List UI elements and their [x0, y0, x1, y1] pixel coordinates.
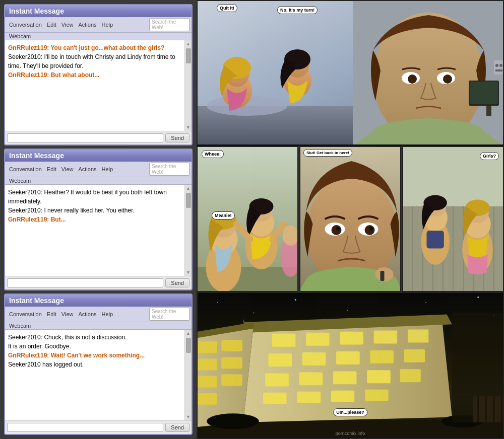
svg-point-72 [425, 302, 426, 303]
im-chat-area-2: Seeker2010: Heather? It would be best if… [5, 185, 184, 275]
svg-rect-17 [486, 106, 491, 116]
menu-actions-3[interactable]: Actions [76, 311, 98, 318]
search-placeholder-2: Search the Web! [152, 164, 176, 175]
svg-point-40 [332, 225, 342, 235]
im-input-area-3: Send [5, 420, 192, 434]
speech-bubble-slut: Slut! Get back in here! [303, 149, 352, 157]
svg-point-68 [217, 302, 218, 303]
scrollbar-thumb-2[interactable] [186, 193, 191, 208]
im-input-3[interactable] [7, 423, 163, 432]
comic-mid-panel-3: Girls? [402, 146, 504, 292]
msg-2-2: GnRRulez119: But... [8, 216, 66, 223]
im-input-1[interactable] [7, 133, 163, 142]
scrollbar-thumb-3[interactable] [186, 338, 191, 353]
menu-help-1[interactable]: Help [100, 21, 115, 28]
svg-rect-86 [336, 351, 360, 364]
svg-rect-88 [404, 349, 425, 362]
svg-point-42 [336, 227, 340, 231]
svg-rect-104 [197, 376, 217, 388]
menu-help-3[interactable]: Help [100, 311, 115, 318]
msg-1-0: GnRRulez119: You can't just go...what ab… [8, 44, 164, 51]
menu-conversation-2[interactable]: Conversation [7, 166, 44, 173]
svg-point-71 [347, 310, 348, 311]
svg-rect-100 [197, 341, 217, 353]
im-window-1: Instant Message Conversation Edit View A… [4, 4, 193, 145]
menu-actions-1[interactable]: Actions [76, 21, 98, 28]
menu-help-2[interactable]: Help [100, 166, 115, 173]
msg-3-1: It is an order. Goodbye. [8, 343, 71, 350]
comic-bottom-panel: Um...please? porncomix.info [197, 292, 504, 439]
svg-point-19 [495, 64, 498, 67]
im-webcam-row-3: Webcam [5, 322, 192, 330]
im-scrollbar-1[interactable]: ▲ ▼ [184, 40, 192, 131]
im-title-1: Instant Message [9, 7, 64, 15]
im-webcam-row-1: Webcam [5, 33, 192, 40]
comic-top-row: Quit it! No, it's my turn! [197, 0, 504, 146]
menu-conversation-1[interactable]: Conversation [7, 21, 44, 28]
search-placeholder-3: Search the Web! [152, 309, 176, 320]
svg-rect-18 [494, 60, 504, 75]
speech-bubble-please: Um...please? [333, 408, 367, 416]
im-menubar-2: Conversation Edit View Actions Help Sear… [5, 162, 192, 177]
svg-rect-82 [374, 331, 398, 344]
svg-rect-92 [367, 370, 391, 383]
im-send-btn-2[interactable]: Send [165, 278, 190, 287]
im-titlebar-1: Instant Message [5, 5, 192, 17]
svg-point-73 [477, 297, 479, 298]
svg-rect-16 [470, 82, 498, 104]
svg-rect-85 [302, 352, 326, 365]
im-menubar-3: Conversation Edit View Actions Help Sear… [5, 307, 192, 322]
right-panel: Quit it! No, it's my turn! [197, 0, 504, 439]
im-send-btn-1[interactable]: Send [165, 133, 190, 142]
im-scrollbar-3[interactable]: ▲ ▼ [184, 330, 192, 420]
im-input-2[interactable] [7, 278, 163, 287]
svg-point-14 [443, 75, 452, 84]
webcam-label-3: Webcam [9, 323, 31, 329]
im-search-1[interactable]: Search the Web! [149, 18, 190, 31]
im-search-2[interactable]: Search the Web! [149, 163, 190, 176]
svg-rect-105 [221, 375, 242, 386]
msg-3-2: GnRRulez119: Wait! Can't we work somethi… [8, 352, 145, 359]
menu-view-2[interactable]: View [59, 166, 76, 173]
svg-rect-84 [268, 353, 292, 367]
im-send-btn-3[interactable]: Send [165, 423, 190, 432]
menu-edit-3[interactable]: Edit [45, 311, 58, 318]
im-search-3[interactable]: Search the Web! [149, 308, 190, 321]
im-window-3: Instant Message Conversation Edit View A… [4, 294, 193, 435]
svg-rect-101 [221, 340, 242, 351]
webcam-label-1: Webcam [9, 33, 31, 39]
svg-rect-81 [340, 332, 363, 345]
svg-rect-87 [370, 350, 394, 363]
menu-view-3[interactable]: View [59, 311, 76, 318]
im-title-2: Instant Message [9, 152, 64, 160]
msg-2-0: Seeker2010: Heather? It would be best if… [8, 189, 167, 205]
svg-rect-102 [197, 359, 217, 371]
svg-rect-80 [306, 333, 330, 346]
speech-bubble-girls: Girls? [480, 152, 499, 160]
svg-rect-89 [265, 374, 289, 387]
menu-edit-1[interactable]: Edit [45, 21, 58, 28]
msg-1-2: GnRRulez119: But what about... [8, 71, 99, 79]
svg-rect-45 [381, 271, 385, 281]
im-menubar-1: Conversation Edit View Actions Help Sear… [5, 17, 192, 33]
im-chat-area-3: Seeker2010: Chuck, this is not a discuss… [5, 330, 184, 420]
left-panel: Instant Message Conversation Edit View A… [0, 0, 197, 439]
comic-top-panel: Quit it! No, it's my turn! [197, 0, 504, 146]
speech-bubble-meanie: Meanie! [212, 211, 235, 220]
svg-point-41 [365, 225, 375, 235]
im-titlebar-3: Instant Message [5, 295, 192, 307]
scrollbar-thumb-1[interactable] [186, 48, 191, 63]
msg-1-1: Seeker2010: I'll be in touch with Christ… [8, 53, 175, 69]
speech-bubble-quit: Quit it! [217, 4, 237, 12]
menu-view-1[interactable]: View [59, 21, 76, 28]
im-scrollbar-2[interactable]: ▲ ▼ [184, 185, 192, 275]
search-placeholder-1: Search the Web! [152, 19, 176, 30]
menu-actions-2[interactable]: Actions [76, 166, 98, 173]
im-chat-scroll-3: Seeker2010: Chuck, this is not a discuss… [5, 330, 192, 420]
menu-conversation-3[interactable]: Conversation [7, 311, 44, 318]
im-titlebar-2: Instant Message [5, 150, 192, 162]
menu-edit-2[interactable]: Edit [45, 166, 58, 173]
comic-mid-panel-2: Slut! Get back in here! [299, 146, 402, 292]
watermark: porncomix.info [336, 431, 365, 436]
svg-rect-91 [333, 371, 357, 384]
